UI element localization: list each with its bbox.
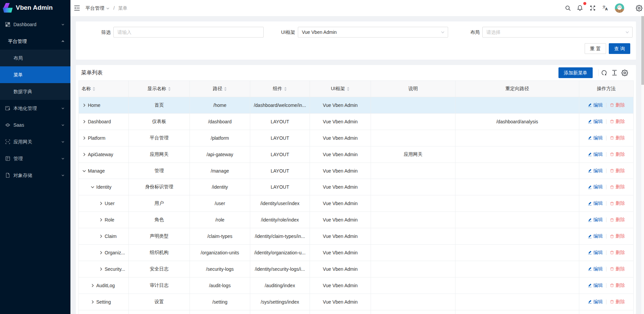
svg-text:A: A (605, 7, 608, 11)
